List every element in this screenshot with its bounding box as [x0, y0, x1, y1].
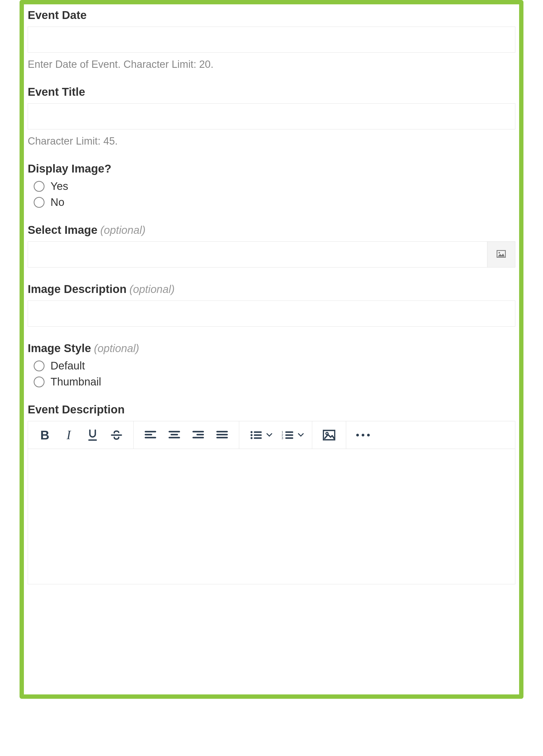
- select-image-button[interactable]: [487, 241, 515, 267]
- event-description-label: Event Description: [28, 403, 125, 416]
- display-image-option-yes[interactable]: Yes: [34, 180, 515, 192]
- insert-image-button[interactable]: [317, 422, 341, 449]
- underline-button[interactable]: [81, 422, 104, 449]
- bold-button[interactable]: B: [33, 422, 57, 449]
- align-left-button[interactable]: [138, 422, 162, 449]
- strikethrough-button[interactable]: [104, 422, 128, 449]
- radio-text: No: [50, 196, 64, 208]
- select-image-label: Select Image: [28, 224, 97, 236]
- underline-icon: [87, 429, 98, 442]
- editor-toolbar: B I: [28, 421, 515, 449]
- event-date-helper: Enter Date of Event. Character Limit: 20…: [28, 59, 515, 70]
- display-image-group: Display Image? Yes No: [28, 162, 515, 208]
- bullet-list-dropdown[interactable]: [263, 422, 276, 449]
- display-image-label: Display Image?: [28, 162, 111, 175]
- radio-icon: [34, 361, 44, 371]
- align-justify-icon: [216, 430, 228, 440]
- chevron-down-icon: [298, 433, 304, 437]
- radio-icon: [34, 377, 44, 387]
- svg-point-1: [499, 252, 500, 254]
- image-icon: [497, 250, 506, 259]
- image-description-group: Image Description (optional): [28, 283, 515, 327]
- svg-point-18: [250, 437, 252, 439]
- strike-icon: [110, 429, 123, 441]
- align-right-button[interactable]: [186, 422, 210, 449]
- event-date-input[interactable]: [28, 27, 515, 53]
- image-style-label: Image Style: [28, 342, 91, 355]
- image-style-option-default[interactable]: Default: [34, 360, 515, 372]
- align-left-icon: [144, 430, 156, 440]
- radio-text: Yes: [50, 180, 68, 192]
- toolbar-group-align: [133, 421, 239, 449]
- svg-point-16: [250, 431, 252, 433]
- event-title-input[interactable]: [28, 103, 515, 129]
- chevron-down-icon: [266, 433, 272, 437]
- more-options-button[interactable]: [351, 422, 375, 449]
- numbered-list-icon: 123: [282, 430, 294, 440]
- radio-text: Thumbnail: [50, 376, 101, 388]
- svg-point-17: [250, 434, 252, 436]
- radio-icon: [34, 181, 44, 192]
- align-center-button[interactable]: [162, 422, 186, 449]
- select-image-optional: (optional): [100, 224, 145, 236]
- image-icon: [323, 430, 335, 441]
- bold-icon: B: [40, 428, 49, 442]
- bullet-list-icon: [250, 430, 262, 440]
- image-style-radio-list: Default Thumbnail: [34, 360, 515, 388]
- image-style-group: Image Style (optional) Default Thumbnail: [28, 342, 515, 388]
- display-image-radio-list: Yes No: [34, 180, 515, 208]
- italic-icon: I: [66, 428, 71, 442]
- image-style-optional: (optional): [94, 342, 139, 354]
- align-right-icon: [192, 430, 204, 440]
- more-options-icon: [356, 434, 370, 436]
- event-title-group: Event Title Character Limit: 45.: [28, 85, 515, 147]
- toolbar-group-text-style: B I: [28, 421, 133, 449]
- toolbar-group-more: [346, 421, 515, 449]
- event-date-label: Event Date: [28, 9, 87, 21]
- event-description-group: Event Description B I: [28, 403, 515, 584]
- select-image-group: Select Image (optional): [28, 224, 515, 267]
- align-justify-button[interactable]: [210, 422, 234, 449]
- display-image-option-no[interactable]: No: [34, 196, 515, 208]
- radio-text: Default: [50, 360, 85, 372]
- align-center-icon: [168, 430, 180, 440]
- event-date-group: Event Date Enter Date of Event. Characte…: [28, 9, 515, 70]
- svg-text:3: 3: [282, 436, 283, 439]
- image-description-optional: (optional): [129, 283, 175, 295]
- select-image-input[interactable]: [28, 241, 487, 267]
- toolbar-group-lists: 123: [239, 421, 312, 449]
- numbered-list-dropdown[interactable]: [295, 422, 307, 449]
- italic-button[interactable]: I: [57, 422, 81, 449]
- image-description-input[interactable]: [28, 301, 515, 327]
- event-title-helper: Character Limit: 45.: [28, 135, 515, 147]
- event-form-panel: Event Date Enter Date of Event. Characte…: [20, 0, 523, 699]
- event-description-editor[interactable]: [28, 449, 515, 584]
- toolbar-group-image: [312, 421, 346, 449]
- radio-icon: [34, 197, 44, 208]
- image-description-label: Image Description: [28, 283, 126, 295]
- event-title-label: Event Title: [28, 85, 85, 98]
- image-style-option-thumbnail[interactable]: Thumbnail: [34, 376, 515, 388]
